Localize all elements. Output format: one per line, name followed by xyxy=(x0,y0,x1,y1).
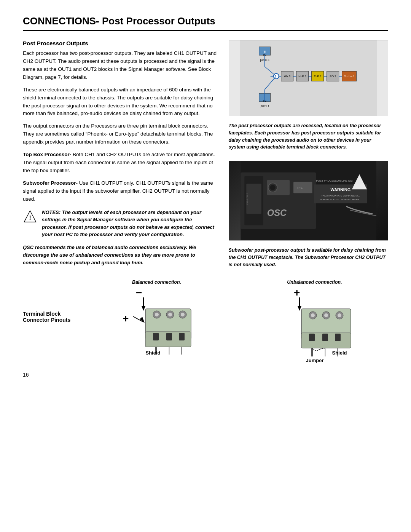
svg-text:THE APPROPRIATE DSP PROGRA...: THE APPROPRIATE DSP PROGRA... xyxy=(321,195,360,197)
warning-text: NOTES: The output levels of each process… xyxy=(42,209,218,238)
processor-photo: CH2 OUTPUT RS- OSC POST PROCESSOR LINE O… xyxy=(229,161,388,240)
svg-rect-78 xyxy=(322,334,328,341)
caption-bottom: Subwoofer post-processor output is avail… xyxy=(229,247,388,268)
unbalanced-caption: Unbalanced connection. xyxy=(287,280,342,285)
svg-text:CH2 OUTPUT: CH2 OUTPUT xyxy=(247,193,249,205)
two-column-layout: Post Processor Outputs Each processor ha… xyxy=(23,40,388,272)
bottom-captions-row: Balanced connection. Unbalanced connecti… xyxy=(23,279,388,285)
svg-point-73 xyxy=(324,313,328,317)
left-column: Post Processor Outputs Each processor ha… xyxy=(23,40,218,272)
terminal-block-label: Terminal Block Connector Pinouts xyxy=(23,288,72,323)
unbalanced-terminal-svg: + Shield xyxy=(269,288,360,364)
svg-text:S: S xyxy=(264,50,266,53)
svg-rect-79 xyxy=(335,334,341,341)
svg-point-75 xyxy=(338,313,341,317)
terminal-label-line1: Terminal Block xyxy=(23,311,72,317)
photo-placeholder: CH2 OUTPUT RS- OSC POST PROCESSOR LINE O… xyxy=(229,161,388,240)
top-box-paragraph: Top Box Processor- Both CH1 and CH2 OUTP… xyxy=(23,151,218,175)
svg-rect-77 xyxy=(309,334,315,341)
svg-text:HbE 1: HbE 1 xyxy=(298,75,306,78)
svg-point-71 xyxy=(311,313,315,317)
svg-point-58 xyxy=(181,313,185,316)
svg-text:OSC: OSC xyxy=(267,208,287,218)
svg-text:EO 2: EO 2 xyxy=(330,75,336,78)
svg-point-54 xyxy=(155,313,159,316)
jumper-to-shield-text: from "−" to shield xyxy=(299,363,341,364)
svg-text:RS-: RS- xyxy=(297,186,303,190)
balanced-terminal-svg: − + xyxy=(115,288,199,356)
svg-point-36 xyxy=(270,185,275,190)
svg-text:TbE 2: TbE 2 xyxy=(314,75,321,78)
shield-text-balanced: Shield xyxy=(145,350,160,356)
svg-text:Ouтbnı 1: Ouтbnı 1 xyxy=(344,75,354,78)
subwoofer-paragraph: Subwoofer Processor- Use CH1 OUTPUT only… xyxy=(23,179,218,203)
right-column: S IN jubnı 3 Wk 3 HbE 1 TbE 2 xyxy=(229,40,388,272)
svg-text:!: ! xyxy=(29,214,31,221)
subwoofer-label: Subwoofer Processor- xyxy=(23,180,78,186)
signal-diagram-box: S IN jubnı 3 Wk 3 HbE 1 TbE 2 xyxy=(229,40,388,116)
svg-point-56 xyxy=(168,313,172,316)
svg-text:−: − xyxy=(136,288,142,299)
terminal-label-line2: Connector Pinouts xyxy=(23,317,72,323)
page-title: CONNECTIONS- Post Processor Outputs xyxy=(23,15,388,31)
svg-text:POST PROCESSOR LINE OUT: POST PROCESSOR LINE OUT xyxy=(316,179,354,182)
photo-box: CH2 OUTPUT RS- OSC POST PROCESSOR LINE O… xyxy=(229,161,388,241)
svg-rect-61 xyxy=(166,333,172,340)
signal-flow-diagram: S IN jubnı 3 Wk 3 HbE 1 TbE 2 xyxy=(229,40,388,116)
top-box-label: Top Box Processor- xyxy=(23,152,71,157)
svg-rect-62 xyxy=(179,333,185,340)
svg-text:DOWNLOADED TO SUPPORT INTEN...: DOWNLOADED TO SUPPORT INTEN... xyxy=(320,198,361,201)
section-title: Post Processor Outputs xyxy=(23,40,218,46)
page-number: 16 xyxy=(23,372,388,378)
svg-text:Wk 3: Wk 3 xyxy=(284,75,290,78)
warning-icon: ! xyxy=(23,209,37,224)
svg-marker-51 xyxy=(140,317,145,323)
svg-marker-48 xyxy=(142,306,145,311)
balanced-caption: Balanced connection. xyxy=(132,280,181,285)
paragraph-1: Each processor has two post-processor ou… xyxy=(23,50,218,81)
svg-rect-60 xyxy=(153,333,159,340)
svg-text:WARNING: WARNING xyxy=(330,187,350,192)
bottom-diagrams: Terminal Block Connector Pinouts − + xyxy=(23,288,388,364)
svg-text:+: + xyxy=(123,313,129,324)
paragraph-3: The output connectors on the Processors … xyxy=(23,122,218,146)
svg-marker-68 xyxy=(298,306,301,311)
paragraph-2: These are electronically balanced output… xyxy=(23,86,218,118)
jumper-text: Jumper xyxy=(306,358,323,363)
svg-text:+: + xyxy=(294,288,300,299)
unbalanced-connector-diagram: + Shield xyxy=(241,288,388,364)
warning-box: ! NOTES: The output levels of each proce… xyxy=(23,209,218,238)
balanced-connector-diagram: − + xyxy=(83,288,230,356)
svg-text:jubnı ı: jubnı ı xyxy=(260,104,269,107)
caption-top: The post processor outputs are recessed,… xyxy=(229,122,388,151)
shield-text-unbalanced: Shield xyxy=(332,350,347,356)
qsc-italic-text: QSC recommends the use of balanced audio… xyxy=(23,244,218,267)
